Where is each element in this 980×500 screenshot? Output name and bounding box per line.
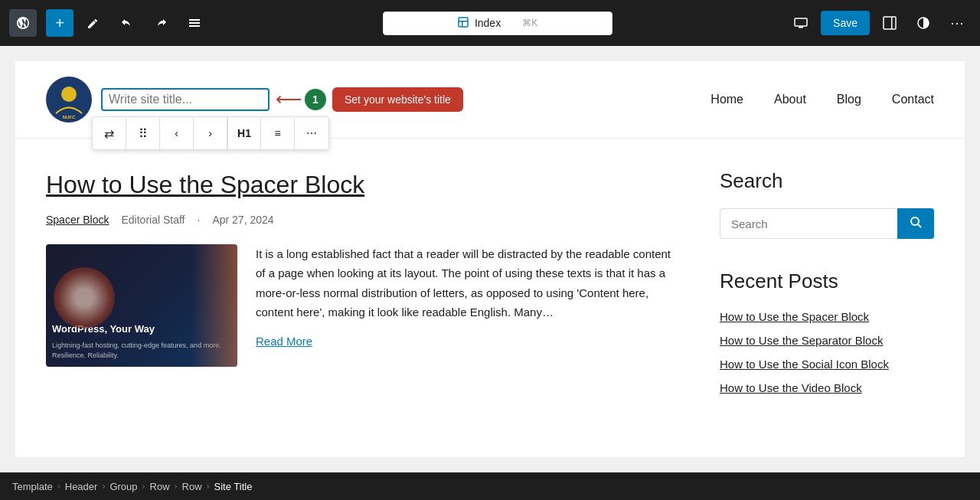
article-body: WordPress, Your Way Lightning-fast hosti… [46,244,674,367]
list-view-button[interactable] [181,9,208,37]
breadcrumb: Template › Header › Group › Row › Row › … [0,472,980,500]
thumb-overlay [191,244,237,367]
heading-type-button[interactable]: H1 [227,116,261,150]
site-logo[interactable]: NUFC [46,77,92,123]
recent-post-1[interactable]: How to Use the Separator Block [720,332,934,348]
move-up-button[interactable]: ‹ [160,116,194,150]
block-more-button[interactable]: ⋯ [295,116,328,150]
editor-area: ⇄ ⠿ ‹ › H1 ≡ ⋯ NUFC [0,46,980,472]
search-section: Search [720,169,934,239]
svg-rect-9 [801,26,802,28]
save-button[interactable]: Save [821,11,870,35]
article-author: Editorial Staff [121,214,185,226]
breadcrumb-sep-0: › [57,481,60,492]
article-layout: How to Use the Spacer Block Spacer Block… [15,139,965,457]
svg-rect-1 [189,19,200,21]
drag-handle[interactable]: ⠿ [126,116,160,150]
svg-rect-5 [459,21,468,22]
recent-posts-title: Recent Posts [720,270,934,293]
wp-logo[interactable] [9,9,37,37]
layout-icon [458,17,469,30]
undo-button[interactable] [113,9,141,37]
tooltip-bubble: Set your website's title [332,87,463,112]
editor-canvas: ⇄ ⠿ ‹ › H1 ≡ ⋯ NUFC [0,46,980,472]
svg-line-17 [918,224,921,227]
contrast-button[interactable] [910,9,937,37]
site-logo-area: NUFC ⟵ 1 Set your website's title [46,77,463,123]
article-dot: · [198,214,201,226]
more-options-button[interactable]: ⋯ [943,9,971,37]
edit-mode-button[interactable] [80,9,107,37]
breadcrumb-sep-1: › [102,481,105,492]
svg-rect-6 [462,21,463,27]
article-thumbnail: WordPress, Your Way Lightning-fast hosti… [46,244,237,367]
index-pill[interactable]: Index ⌘K [383,11,612,35]
breadcrumb-sep-3: › [175,481,178,492]
page-content: ⇄ ⠿ ‹ › H1 ≡ ⋯ NUFC [15,61,965,457]
read-more-link[interactable]: Read More [256,335,674,348]
svg-rect-2 [189,22,200,24]
breadcrumb-row-2[interactable]: Row [182,481,202,492]
recent-post-0[interactable]: How to Use the Spacer Block [720,309,934,325]
nav-about[interactable]: About [774,93,806,106]
svg-rect-10 [884,17,896,29]
toolbar-right: Save ⋯ [787,9,971,37]
redo-button[interactable] [147,9,175,37]
article-category[interactable]: Spacer Block [46,214,109,226]
sidebar-toggle-button[interactable] [876,9,903,37]
breadcrumb-group[interactable]: Group [109,481,137,492]
index-shortcut: ⌘K [522,18,537,28]
article-content: It is a long established fact that a rea… [256,244,674,367]
svg-rect-4 [459,18,468,27]
nav-contact[interactable]: Contact [892,93,934,106]
breadcrumb-header[interactable]: Header [65,481,98,492]
search-section-title: Search [720,169,934,193]
nav-home[interactable]: Home [710,93,743,106]
arrow-icon: ⟵ [276,89,302,110]
article-date: Apr 27, 2024 [212,214,273,226]
article-excerpt: It is a long established fact that a rea… [256,244,674,322]
desktop-view-button[interactable] [787,9,815,37]
block-toolbar: ⇄ ⠿ ‹ › H1 ≡ ⋯ [92,116,329,150]
index-pill-container: Index ⌘K [214,11,781,35]
svg-point-16 [911,217,919,225]
transform-button[interactable]: ⇄ [93,116,126,150]
article-meta: Spacer Block Editorial Staff · Apr 27, 2… [46,214,674,226]
thumb-decoration [54,267,115,328]
search-button[interactable] [897,208,934,239]
recent-posts-section: Recent Posts How to Use the Spacer Block… [720,270,934,396]
tooltip-arrow: ⟵ 1 [276,89,326,110]
nav-blog[interactable]: Blog [837,93,861,106]
recent-post-2[interactable]: How to Use the Social Icon Block [720,356,934,372]
search-input[interactable] [720,208,897,239]
article-sidebar: Search Recent Posts How to Use the Space… [720,169,934,426]
svg-rect-11 [891,17,893,29]
breadcrumb-row-1[interactable]: Row [150,481,170,492]
recent-post-3[interactable]: How to Use the Video Block [720,380,934,396]
index-label: Index [475,17,501,29]
breadcrumb-sep-2: › [142,481,145,492]
editor-toolbar: + Index ⌘K Save ⋯ [0,0,980,46]
step-badge: 1 [305,89,326,110]
move-down-button[interactable]: › [194,116,227,150]
add-block-button[interactable]: + [46,9,74,37]
title-tooltip-container: ⟵ 1 Set your website's title [101,87,463,112]
site-title-input[interactable] [101,88,270,111]
svg-rect-7 [795,18,807,26]
article-main: How to Use the Spacer Block Spacer Block… [46,169,674,426]
align-button[interactable]: ≡ [261,116,295,150]
breadcrumb-sep-4: › [207,481,210,492]
article-title: How to Use the Spacer Block [46,169,674,201]
svg-rect-3 [189,25,200,27]
svg-text:NUFC: NUFC [62,115,75,119]
search-row [720,208,934,239]
site-nav: Home About Blog Contact [710,93,934,106]
breadcrumb-template[interactable]: Template [12,481,53,492]
breadcrumb-site-title[interactable]: Site Title [214,481,253,492]
svg-point-14 [61,87,77,102]
